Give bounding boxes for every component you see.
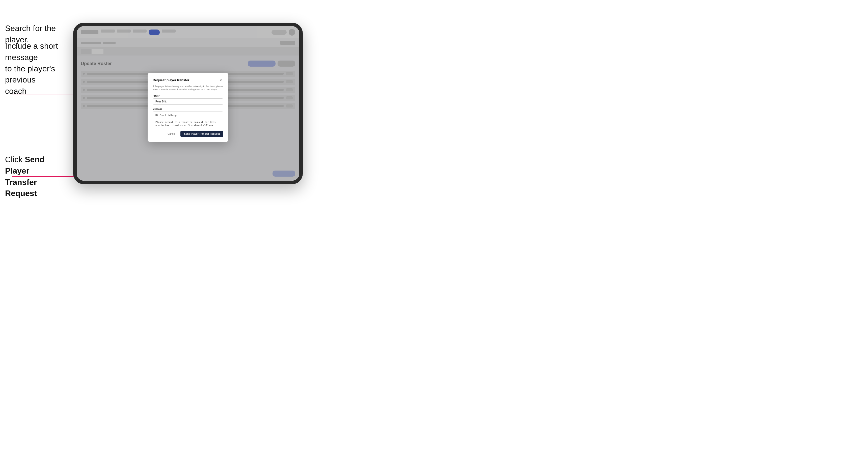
modal-header: Request player transfer × <box>153 78 223 83</box>
annotation-message: Include a short messageto the player's p… <box>5 40 76 97</box>
modal-actions: Cancel Send Player Transfer Request <box>153 131 223 137</box>
modal-title: Request player transfer <box>153 78 189 82</box>
message-label: Message <box>153 108 223 110</box>
message-textarea[interactable]: Hi Coach McHarg, Please accept this tran… <box>153 112 223 126</box>
send-transfer-button[interactable]: Send Player Transfer Request <box>180 131 223 137</box>
player-label: Player <box>153 95 223 97</box>
cancel-button[interactable]: Cancel <box>165 131 178 137</box>
player-input[interactable] <box>153 98 223 105</box>
tablet-device: Update Roster <box>73 23 303 184</box>
annotation-click: Click Send PlayerTransfer Request <box>5 154 71 199</box>
tablet-screen: Update Roster <box>77 26 299 181</box>
modal-close-button[interactable]: × <box>218 78 223 83</box>
modal-overlay: Request player transfer × If the player … <box>77 26 299 181</box>
modal-description: If the player is transferring from anoth… <box>153 85 223 92</box>
transfer-request-modal: Request player transfer × If the player … <box>148 73 228 142</box>
